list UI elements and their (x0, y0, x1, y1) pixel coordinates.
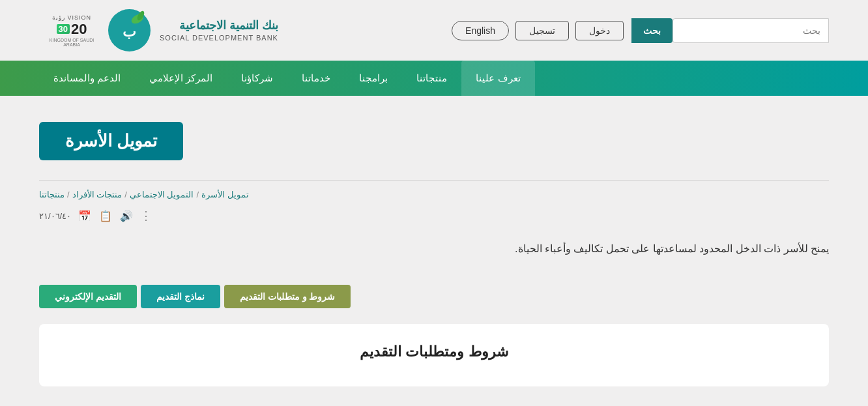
vision-numbers: 20 30 (57, 22, 87, 36)
nav-item-3[interactable]: خدماتنا (287, 61, 345, 96)
hero-title-block: تمويل الأسرة (39, 96, 829, 180)
date-value: ٢١/٠٦/٤٠ (39, 211, 71, 221)
nav-item-2[interactable]: برامجنا (345, 61, 402, 96)
breadcrumb-item-2[interactable]: منتجات الأفراد (72, 190, 123, 199)
nav-item-0[interactable]: تعرف علينا (461, 61, 534, 96)
top-bar-buttons: دخول تسجيل English (452, 21, 624, 40)
breadcrumb-sep-1: / (67, 190, 70, 199)
description-text: يمنح للأسر ذات الدخل المحدود لمساعدتها ع… (39, 233, 829, 278)
content-card-title: شروط ومتطلبات التقديم (65, 343, 803, 367)
top-bar-left: بحث دخول تسجيل English (452, 18, 829, 43)
vision-20: 20 (71, 22, 87, 36)
calendar-icon[interactable]: 📅 (78, 209, 92, 223)
tabs-row: شروط و متطلبات التقديم نماذج التقديم الت… (39, 278, 829, 321)
copy-icon[interactable]: 📋 (98, 209, 113, 223)
search-input[interactable] (673, 18, 829, 43)
login-button[interactable]: دخول (575, 21, 624, 40)
bank-name-arabic: بنك التنمية الاجتماعية (160, 18, 278, 33)
breadcrumb-item-3[interactable]: التمويل الاجتماعي (130, 190, 194, 199)
breadcrumb-sep-2: / (124, 190, 127, 199)
bank-logo-icon: ب (108, 9, 151, 51)
bank-name-english: SOCIAL DEVELOPMENT BANK (160, 33, 278, 42)
english-button[interactable]: English (452, 21, 509, 40)
nav-item-6[interactable]: الدعم والمساندة (39, 61, 135, 96)
more-options-icon[interactable]: ⋮ (140, 209, 152, 223)
search-wrapper: بحث (631, 18, 829, 43)
tab-electronic[interactable]: التقديم الإلكتروني (39, 285, 137, 308)
top-bar: بحث دخول تسجيل English بنك التنمية الاجت… (0, 0, 868, 61)
nav-item-1[interactable]: منتجاتنا (402, 61, 461, 96)
vision-30: 30 (57, 24, 70, 34)
vision-2030-logo: VISION رؤية 20 30 KINGDOM OF SAUDI ARABI… (46, 14, 98, 47)
search-button[interactable]: بحث (631, 18, 673, 43)
vision-text: VISION رؤية (52, 14, 91, 21)
nav-items: تعرف علينا منتجاتنا برامجنا خدماتنا شركا… (39, 61, 829, 96)
breadcrumb-section: تمويل الأسرة / التمويل الاجتماعي / منتجا… (39, 180, 829, 205)
nav-bar: تعرف علينا منتجاتنا برامجنا خدماتنا شركا… (0, 61, 868, 96)
nav-link-taaraf[interactable]: تعرف علينا (461, 61, 534, 96)
top-bar-right: بنك التنمية الاجتماعية SOCIAL DEVELOPMEN… (39, 9, 278, 51)
nav-item-5[interactable]: المركز الإعلامي (135, 61, 227, 96)
vision-subtitle: KINGDOM OF SAUDI ARABIA (46, 38, 98, 47)
svg-text:ب: ب (123, 23, 136, 40)
main-content: تمويل الأسرة تمويل الأسرة / التمويل الاج… (0, 96, 868, 406)
nav-link-programs[interactable]: برامجنا (345, 61, 402, 96)
nav-link-media[interactable]: المركز الإعلامي (135, 61, 227, 96)
nav-link-partners[interactable]: شركاؤنا (227, 61, 287, 96)
nav-link-support[interactable]: الدعم والمساندة (39, 61, 135, 96)
hero-title: تمويل الأسرة (39, 122, 183, 160)
bank-name: بنك التنمية الاجتماعية SOCIAL DEVELOPMEN… (160, 18, 278, 43)
date-row: ⋮ 🔊 📋 📅 ٢١/٠٦/٤٠ (39, 205, 829, 233)
tab-forms[interactable]: نماذج التقديم (141, 285, 220, 308)
breadcrumb-item-4[interactable]: تمويل الأسرة (201, 190, 249, 199)
nav-item-4[interactable]: شركاؤنا (227, 61, 287, 96)
breadcrumb-item-1[interactable]: منتجاتنا (39, 190, 65, 199)
register-button[interactable]: تسجيل (515, 21, 569, 40)
nav-link-products[interactable]: منتجاتنا (402, 61, 461, 96)
breadcrumb-sep-3: / (197, 190, 199, 199)
tab-conditions[interactable]: شروط و متطلبات التقديم (224, 285, 351, 308)
nav-link-services[interactable]: خدماتنا (287, 61, 345, 96)
logo-area: بنك التنمية الاجتماعية SOCIAL DEVELOPMEN… (108, 9, 278, 51)
breadcrumb: تمويل الأسرة / التمويل الاجتماعي / منتجا… (39, 190, 829, 199)
audio-icon[interactable]: 🔊 (119, 209, 134, 223)
content-card: شروط ومتطلبات التقديم (39, 324, 829, 386)
